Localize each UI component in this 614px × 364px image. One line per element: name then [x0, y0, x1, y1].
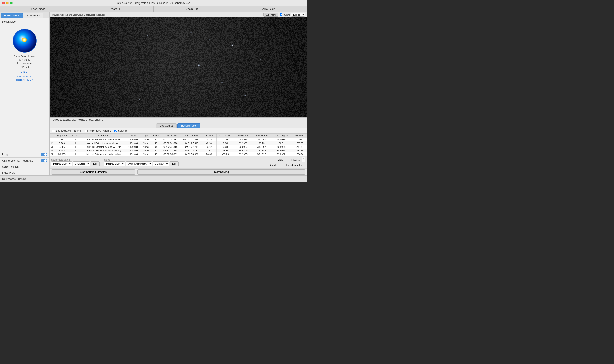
solve-edit-button[interactable]: Edit — [170, 161, 179, 166]
table-cell-1-3: Internal Extractor w/ local solver — [82, 142, 126, 145]
table-cell-2-8: +04:51:27.711 — [180, 145, 201, 149]
stars-label: Stars — [284, 13, 290, 16]
col-stars: Stars — [151, 134, 161, 138]
table-cell-3-3: Internal Extractor w/ local Watney — [82, 149, 126, 153]
results-table: Avg Time # Trials Command Profile LogIvl… — [50, 133, 307, 156]
table-cell-1-1: 0.266 — [55, 142, 69, 145]
table-cell-0-3: Internal Extractor w/ StellarSolver — [82, 138, 126, 142]
trials-spinner[interactable]: ▲ ▼ — [302, 157, 305, 162]
table-cell-1-4: 1-Default — [126, 142, 140, 145]
divider-1 — [102, 160, 102, 165]
solve-solver-select[interactable]: Online Astrometry Local Astrometry ASTAP — [126, 161, 152, 166]
solve-method-select[interactable]: Internal SEP External SEP — [104, 161, 125, 166]
table-cell-1-2: 1 — [69, 142, 82, 145]
auto-scale-button[interactable]: Auto Scale — [230, 6, 307, 12]
online-external-toggle[interactable] — [41, 159, 47, 162]
action-buttons-area: Clear Trials: 1 ▲ ▼ Abort Export Results — [264, 157, 305, 168]
sidebar-section-logging[interactable]: Logging — [0, 151, 49, 157]
col-row-num — [50, 134, 55, 138]
stars-checkbox[interactable] — [280, 13, 283, 16]
sidebar-section-scale-position[interactable]: Scale/Position — [0, 164, 49, 170]
solution-checkbox[interactable] — [114, 130, 117, 132]
zoom-in-button[interactable]: Zoom In — [77, 6, 154, 12]
table-cell-0-8: +04:51:27.428 — [180, 138, 201, 142]
minimize-button[interactable] — [6, 2, 9, 4]
table-cell-4-8: +04:52:58.083 — [180, 153, 201, 156]
col-ra: RA (J2000) — [161, 134, 180, 138]
source-edit-button[interactable]: Edit — [91, 161, 100, 166]
table-row[interactable]: 10.2411Internal Extractor w/ StellarSolv… — [50, 138, 307, 142]
table-cell-4-6: 40 — [151, 153, 161, 156]
col-trials: # Trials — [69, 134, 82, 138]
subframe-button[interactable]: SubFrame — [263, 13, 278, 17]
start-solving-button[interactable]: Start Solving — [137, 169, 305, 175]
table-cell-0-13: 30.5019 — [271, 138, 291, 142]
load-image-button[interactable]: Load Image — [0, 6, 77, 12]
logging-toggle[interactable] — [41, 153, 47, 156]
table-cell-3-14: 1.78756 — [291, 149, 307, 153]
abort-button[interactable]: Abort — [264, 163, 281, 168]
astrometry-params-checkbox[interactable] — [85, 130, 88, 132]
sextractor-link[interactable]: sextractor (SEP) — [16, 78, 33, 81]
solve-label: Solve — [104, 158, 179, 161]
maximize-button[interactable] — [10, 2, 13, 4]
table-cell-3-5: None — [140, 149, 151, 153]
sidebar-app-title: StellarSolver — [2, 20, 16, 23]
solve-group: Solve Internal SEP External SEP Online A… — [104, 158, 179, 166]
table-cell-3-4: 1-Default — [126, 149, 140, 153]
credit-line3: Rob Lancaster — [17, 62, 33, 65]
sidebar-section-index-files[interactable]: Index Files — [0, 170, 49, 175]
window-title: StellarSolver Library Version: 2.0, buil… — [117, 1, 190, 5]
zoom-out-button[interactable]: Zoom Out — [154, 6, 231, 12]
table-row[interactable]: 30.6861Built In Extractor w/ local ASTAP… — [50, 145, 307, 149]
clear-button[interactable]: Clear — [272, 157, 289, 162]
col-dec-err: DEC ERR " — [217, 134, 234, 138]
table-cell-2-12: 38.1297 — [252, 145, 271, 149]
table-row[interactable]: 20.2661Internal Extractor w/ local solve… — [50, 142, 307, 145]
solve-profile-select[interactable]: 1-Default 2-Stars — [153, 161, 169, 166]
table-cell-0-12: 38.1345 — [252, 138, 271, 142]
table-cell-4-0: 5 — [50, 153, 55, 156]
sidebar-section-online-external[interactable]: Online/External Program ... — [0, 157, 49, 164]
table-cell-0-2: 1 — [69, 138, 82, 142]
filter-solution: Solution — [114, 129, 127, 132]
spinner-up[interactable]: ▲ — [302, 157, 305, 160]
star-extractor-params-checkbox[interactable] — [52, 130, 55, 132]
spinner-down[interactable]: ▼ — [302, 160, 305, 162]
title-bar: StellarSolver Library Version: 2.0, buil… — [0, 0, 307, 6]
col-ra-err: RA ERR " — [201, 134, 217, 138]
ellipse-select[interactable]: Ellipse Circle — [291, 13, 305, 17]
start-source-extraction-button[interactable]: Start Source Extraction — [51, 169, 135, 175]
col-command: Command — [82, 134, 126, 138]
table-row[interactable]: 580.9581Internal Extractor w/ online sol… — [50, 153, 307, 156]
table-cell-0-10: 0.36 — [217, 138, 234, 142]
results-panel: Log Output Results Table Star Extractor … — [50, 122, 307, 156]
built-on-label: built on: — [20, 71, 29, 74]
tab-results-table[interactable]: Results Table — [177, 123, 200, 128]
table-cell-4-14: 1.78674 — [291, 153, 307, 156]
results-table-wrapper[interactable]: Avg Time # Trials Command Profile LogIvl… — [50, 133, 307, 156]
table-cell-1-10: 0.38 — [217, 142, 234, 145]
controls-row2: Start Source Extraction Start Solving — [50, 169, 307, 175]
table-cell-4-1: 80.958 — [55, 153, 69, 156]
table-cell-4-11: 89.9965 — [234, 153, 252, 156]
table-cell-3-6: 40 — [151, 149, 161, 153]
table-cell-4-9: 18.39 — [201, 153, 217, 156]
table-cell-3-8: +04:51:28.737 — [180, 149, 201, 153]
tab-main-options[interactable]: Main Options — [1, 13, 23, 18]
table-row[interactable]: 41.4821Internal Extractor w/ local Watne… — [50, 149, 307, 153]
export-results-button[interactable]: Export Results — [282, 163, 305, 168]
astrometry-link[interactable]: astrometry.net — [17, 75, 32, 78]
tab-log-output[interactable]: Log Output — [156, 123, 176, 128]
source-method-select[interactable]: Internal SEP External SEP — [51, 161, 72, 166]
filter-star-extractor: Star Extractor Params — [52, 129, 82, 132]
image-canvas[interactable] — [50, 17, 307, 117]
table-cell-3-13: 30.5076 — [271, 149, 291, 153]
table-cell-4-10: -90.29 — [217, 153, 234, 156]
table-cell-1-8: +04:51:27.417 — [180, 142, 201, 145]
scale-position-label: Scale/Position — [2, 165, 19, 168]
close-button[interactable] — [2, 2, 5, 4]
tab-profile-editor[interactable]: ProfileEditor — [23, 13, 43, 18]
source-profile-select[interactable]: 5-AllStars 1-Default — [73, 161, 90, 166]
table-cell-0-6: 40 — [151, 138, 161, 142]
